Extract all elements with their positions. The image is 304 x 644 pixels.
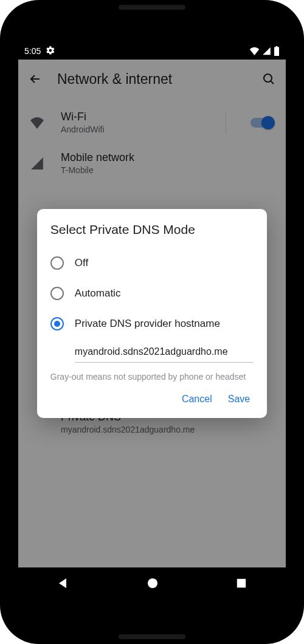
radio-option-hostname[interactable]: Private DNS provider hostname — [50, 309, 254, 339]
hostname-input[interactable] — [75, 343, 254, 363]
dialog-title: Select Private DNS Mode — [50, 222, 254, 237]
phone-frame: 5:05 — [0, 0, 304, 644]
status-clock: 5:05 — [24, 46, 41, 56]
dialog-helper-text: Gray-out means not supported by phone or… — [50, 371, 254, 383]
nav-bar — [18, 567, 286, 601]
private-dns-dialog: Select Private DNS Mode Off Automatic Pr… — [37, 209, 267, 419]
gear-icon — [46, 46, 55, 57]
radio-option-off[interactable]: Off — [50, 248, 254, 278]
radio-label-hostname: Private DNS provider hostname — [75, 318, 220, 330]
svg-point-1 — [148, 578, 157, 588]
status-bar: 5:05 — [18, 43, 286, 60]
battery-icon — [274, 46, 280, 56]
wifi-status-icon — [249, 47, 260, 55]
dialog-scrim: Select Private DNS Mode Off Automatic Pr… — [18, 60, 286, 567]
nav-recent-icon[interactable] — [236, 578, 247, 591]
speaker-bottom — [119, 634, 185, 639]
nav-home-icon[interactable] — [147, 577, 159, 592]
radio-label-off: Off — [75, 257, 88, 269]
radio-icon — [50, 317, 64, 331]
radio-label-automatic: Automatic — [75, 287, 121, 300]
radio-option-automatic[interactable]: Automatic — [50, 278, 254, 309]
radio-icon — [50, 287, 64, 300]
save-button[interactable]: Save — [228, 394, 250, 405]
nav-back-icon[interactable] — [57, 577, 69, 592]
cell-signal-icon — [262, 47, 271, 55]
speaker-top — [119, 5, 185, 10]
cancel-button[interactable]: Cancel — [182, 394, 212, 405]
screen: 5:05 — [18, 43, 286, 601]
svg-rect-2 — [237, 579, 246, 587]
radio-icon — [50, 256, 64, 270]
